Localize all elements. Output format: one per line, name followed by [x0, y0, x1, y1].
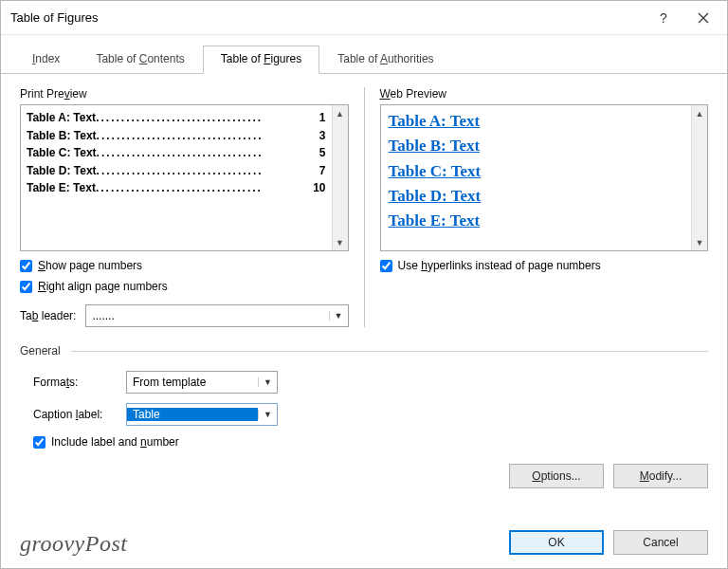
help-button[interactable]: ?	[644, 3, 683, 33]
close-icon	[698, 12, 709, 24]
print-preview-item: Table A: Text ..........................…	[27, 109, 326, 127]
tab-bar: Index Table of Contents Table of Figures…	[1, 35, 727, 74]
modify-button[interactable]: Modify...	[613, 464, 708, 488]
chevron-down-icon[interactable]: ▼	[258, 377, 277, 387]
web-preview-item[interactable]: Table B: Text	[389, 134, 686, 158]
show-page-numbers-input[interactable]	[20, 260, 32, 272]
watermark: groovyPost	[20, 531, 127, 557]
scroll-track[interactable]	[692, 121, 707, 234]
titlebar: Table of Figures ?	[1, 1, 727, 35]
dialog-body: Print Preview Table A: Text ............…	[1, 74, 727, 521]
scroll-track[interactable]	[333, 121, 348, 234]
tab-leader-combo[interactable]: ....... ▼	[85, 304, 348, 327]
scroll-down-icon[interactable]: ▼	[333, 234, 348, 250]
web-preview-item[interactable]: Table D: Text	[389, 184, 686, 209]
cancel-button[interactable]: Cancel	[613, 530, 708, 555]
print-preview-item: Table E: Text...........................…	[27, 179, 326, 197]
tab-table-of-contents[interactable]: Table of Contents	[78, 46, 202, 74]
options-button[interactable]: Options...	[509, 464, 604, 488]
tab-leader-label: Tab leader:	[20, 309, 76, 322]
formats-label: Formats:	[33, 376, 115, 389]
chevron-down-icon[interactable]: ▼	[329, 311, 348, 321]
web-preview-item[interactable]: Table A: Text	[389, 109, 686, 134]
ok-button[interactable]: OK	[509, 530, 604, 555]
formats-combo[interactable]: From template ▼	[126, 371, 278, 394]
print-options: Show page numbers Right align page numbe…	[20, 259, 349, 293]
print-preview-scrollbar[interactable]: ▲ ▼	[332, 105, 348, 250]
caption-label-label: Caption label:	[33, 408, 115, 421]
tab-table-of-authorities[interactable]: Table of Authorities	[319, 46, 451, 74]
web-preview-column: Web Preview Table A: Text Table B: Text …	[380, 87, 709, 327]
web-preview-scrollbar[interactable]: ▲ ▼	[691, 105, 707, 250]
tab-leader-row: Tab leader: ....... ▼	[20, 304, 349, 327]
dialog-window: Table of Figures ? Index Table of Conten…	[0, 0, 728, 569]
tab-index[interactable]: Index	[14, 46, 78, 74]
tab-table-of-figures[interactable]: Table of Figures	[203, 46, 319, 74]
tab-leader-value: .......	[86, 309, 328, 322]
close-button[interactable]	[683, 3, 723, 33]
formats-row: Formats: From template ▼	[33, 371, 708, 394]
print-preview-item: Table B: Text ..........................…	[27, 127, 326, 145]
caption-label-row: Caption label: Table ▼	[33, 403, 708, 426]
web-preview-item[interactable]: Table E: Text	[389, 209, 686, 233]
web-preview-box: Table A: Text Table B: Text Table C: Tex…	[380, 104, 709, 251]
chevron-down-icon[interactable]: ▼	[258, 410, 277, 419]
vertical-divider	[364, 87, 365, 327]
preview-row: Print Preview Table A: Text ............…	[20, 87, 708, 327]
use-hyperlinks-label: Use hyperlinks instead of page numbers	[398, 259, 601, 272]
print-preview-column: Print Preview Table A: Text ............…	[20, 87, 349, 327]
web-preview-label: Web Preview	[380, 87, 709, 101]
general-label: General	[20, 344, 708, 358]
web-preview-content: Table A: Text Table B: Text Table C: Tex…	[381, 105, 692, 250]
print-preview-box: Table A: Text ..........................…	[20, 104, 349, 251]
scroll-up-icon[interactable]: ▲	[333, 105, 348, 121]
general-group: General Formats: From template ▼ Caption…	[20, 344, 708, 488]
print-preview-content: Table A: Text ..........................…	[21, 105, 332, 250]
caption-label-value: Table	[127, 408, 258, 421]
scroll-down-icon[interactable]: ▼	[692, 234, 707, 250]
dialog-title: Table of Figures	[10, 10, 644, 25]
formats-value: From template	[127, 376, 258, 389]
web-options: Use hyperlinks instead of page numbers	[380, 259, 709, 272]
include-label-number-checkbox[interactable]: Include label and number	[33, 435, 708, 449]
scroll-up-icon[interactable]: ▲	[692, 105, 707, 121]
include-label-number-input[interactable]	[33, 436, 46, 449]
caption-label-combo[interactable]: Table ▼	[126, 403, 278, 426]
general-body: Formats: From template ▼ Caption label: …	[20, 371, 708, 488]
use-hyperlinks-checkbox[interactable]: Use hyperlinks instead of page numbers	[380, 259, 709, 272]
print-preview-label: Print Preview	[20, 87, 349, 101]
print-preview-item: Table C: Text...........................…	[27, 144, 326, 162]
right-align-page-numbers-checkbox[interactable]: Right align page numbers	[20, 280, 349, 293]
general-buttons: Options... Modify...	[33, 458, 708, 488]
show-page-numbers-label: Show page numbers	[38, 259, 142, 272]
right-align-page-numbers-label: Right align page numbers	[38, 280, 168, 293]
web-preview-item[interactable]: Table C: Text	[389, 159, 686, 184]
include-label-number-label: Include label and number	[51, 435, 179, 449]
show-page-numbers-checkbox[interactable]: Show page numbers	[20, 259, 349, 272]
print-preview-item: Table D: Text ..........................…	[27, 162, 326, 180]
use-hyperlinks-input[interactable]	[380, 260, 392, 272]
right-align-page-numbers-input[interactable]	[20, 281, 32, 293]
